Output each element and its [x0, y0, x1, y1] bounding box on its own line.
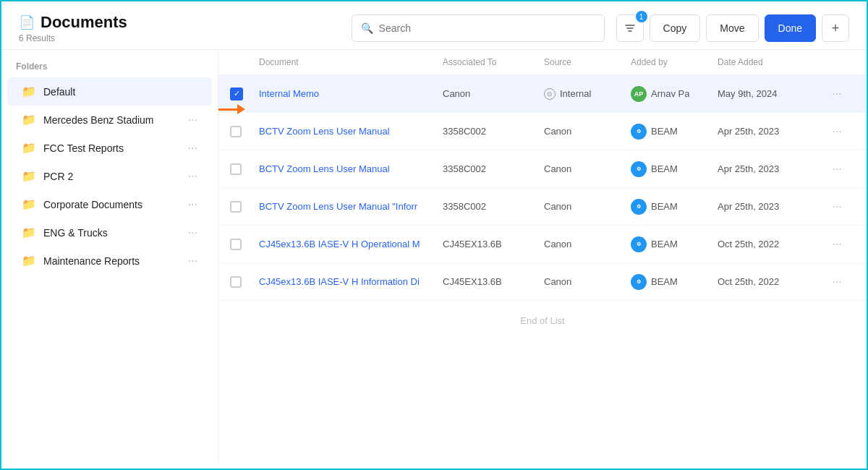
col-date-added: Date Added [718, 57, 819, 67]
table-row: CJ45ex13.6B IASE-V H Information Di CJ45… [218, 263, 867, 301]
more-icon[interactable]: ··· [188, 170, 197, 183]
checkbox-cell[interactable]: ✓ [230, 87, 259, 101]
added-by-cell: ⚙ BEAM [631, 236, 718, 252]
sidebar-item-mercedes[interactable]: 📁 Mercedes Benz Stadium ··· [7, 106, 212, 134]
added-by-cell: ⚙ BEAM [631, 274, 718, 290]
avatar: ⚙ [631, 199, 647, 215]
document-link[interactable]: Internal Memo [259, 88, 443, 99]
source-label: Canon [544, 239, 571, 249]
added-by-name: BEAM [651, 163, 678, 174]
row-more-button[interactable]: ··· [819, 163, 855, 176]
checkbox-cell[interactable] [230, 201, 259, 213]
added-by-name: BEAM [651, 276, 678, 287]
sidebar-item-label: Maintenance Reports [43, 255, 181, 267]
document-link[interactable]: CJ45ex13.6B IASE-V H Operational M [259, 239, 443, 249]
filter-badge: 1 [636, 11, 647, 22]
row-more-button[interactable]: ··· [819, 200, 855, 213]
associated-to: 3358C002 [443, 201, 544, 212]
internal-icon: ⊙ [544, 88, 556, 100]
associated-to: 3358C002 [443, 126, 544, 137]
date-cell: Oct 25th, 2022 [718, 239, 819, 249]
folder-icon: 📁 [22, 254, 36, 268]
sidebar-item-maintenance[interactable]: 📁 Maintenance Reports ··· [7, 247, 212, 275]
document-icon: 📄 [19, 14, 35, 30]
checkbox-unchecked[interactable] [230, 126, 242, 137]
source-label: Internal [560, 88, 591, 99]
more-icon[interactable]: ··· [188, 198, 197, 211]
date-cell: Apr 25th, 2023 [718, 126, 819, 137]
add-button[interactable]: + [822, 14, 849, 42]
toolbar-actions: 1 Copy Move Done + [616, 14, 849, 42]
source-label: Canon [544, 201, 571, 212]
date-cell: Apr 25th, 2023 [718, 163, 819, 174]
checkbox-cell[interactable] [230, 239, 259, 250]
associated-to: CJ45EX13.6B [443, 276, 544, 287]
document-link[interactable]: CJ45ex13.6B IASE-V H Information Di [259, 276, 443, 287]
avatar: AP [631, 86, 647, 102]
document-link[interactable]: BCTV Zoom Lens User Manual [259, 126, 443, 137]
added-by-cell: ⚙ BEAM [631, 199, 718, 215]
sidebar-item-label: ENG & Trucks [43, 227, 181, 239]
sidebar-item-pcr2[interactable]: 📁 PCR 2 ··· [7, 162, 212, 190]
table-row: CJ45ex13.6B IASE-V H Operational M CJ45E… [218, 226, 867, 263]
sidebar-item-fcc[interactable]: 📁 FCC Test Reports ··· [7, 134, 212, 162]
date-cell: Oct 25th, 2022 [718, 276, 819, 287]
table-row: ✓ Internal Memo Canon ⊙ Internal AP Arna… [218, 75, 867, 113]
folder-icon: 📁 [22, 113, 36, 127]
sidebar-item-eng[interactable]: 📁 ENG & Trucks ··· [7, 218, 212, 247]
sidebar-item-default[interactable]: 📁 Default [7, 77, 212, 106]
row-more-button[interactable]: ··· [819, 125, 855, 138]
sidebar-item-label: Corporate Documents [43, 199, 181, 210]
folder-icon: 📁 [22, 197, 36, 211]
source-cell: Canon [544, 276, 631, 287]
document-link[interactable]: BCTV Zoom Lens User Manual [259, 163, 443, 174]
col-document: Document [259, 57, 443, 67]
source-cell: Canon [544, 126, 631, 137]
avatar: ⚙ [631, 236, 647, 252]
search-input[interactable] [379, 22, 595, 34]
avatar: ⚙ [631, 124, 647, 140]
added-by-cell: ⚙ BEAM [631, 124, 718, 140]
document-link[interactable]: BCTV Zoom Lens User Manual "Inforr [259, 201, 443, 212]
col-added-by: Added by [631, 57, 718, 67]
sidebar-item-label: Default [43, 86, 197, 98]
end-of-list: End of List [218, 301, 867, 341]
checkbox-unchecked[interactable] [230, 276, 242, 288]
source-label: Canon [544, 276, 571, 287]
table-row: BCTV Zoom Lens User Manual "Inforr 3358C… [218, 188, 867, 226]
folder-icon: 📁 [22, 85, 36, 98]
checkbox-cell[interactable] [230, 276, 259, 288]
associated-to: 3358C002 [443, 163, 544, 174]
row-more-button[interactable]: ··· [819, 87, 855, 101]
checkbox-checked[interactable]: ✓ [230, 87, 243, 101]
source-cell: ⊙ Internal [544, 88, 631, 100]
checkbox-unchecked[interactable] [230, 163, 242, 175]
added-by-name: BEAM [651, 201, 678, 212]
checkbox-unchecked[interactable] [230, 201, 242, 213]
added-by-cell: ⚙ BEAM [631, 161, 718, 177]
associated-to: CJ45EX13.6B [443, 239, 544, 249]
filter-button[interactable]: 1 [616, 14, 644, 42]
content: Folders 📁 Default 📁 Mercedes Benz Stadiu… [1, 50, 867, 462]
more-icon[interactable]: ··· [188, 226, 197, 239]
row-more-button[interactable]: ··· [819, 238, 855, 251]
header: 📄 Documents 6 Results 🔍 1 Copy Move Done… [1, 1, 867, 50]
done-button[interactable]: Done [765, 14, 816, 42]
table-header: Document Associated To Source Added by D… [218, 50, 867, 75]
date-cell: Apr 25th, 2023 [718, 201, 819, 212]
sidebar-item-corporate[interactable]: 📁 Corporate Documents ··· [7, 190, 212, 218]
checkbox-cell[interactable] [230, 163, 259, 175]
source-cell: Canon [544, 239, 631, 249]
search-bar[interactable]: 🔍 [352, 14, 605, 42]
checkbox-cell[interactable] [230, 126, 259, 137]
added-by-name: BEAM [651, 126, 678, 137]
col-source: Source [544, 57, 631, 67]
more-icon[interactable]: ··· [188, 255, 197, 268]
more-icon[interactable]: ··· [188, 114, 197, 127]
more-icon[interactable]: ··· [188, 142, 197, 155]
checkbox-unchecked[interactable] [230, 239, 242, 250]
row-more-button[interactable]: ··· [819, 275, 855, 289]
move-button[interactable]: Move [706, 14, 758, 42]
sidebar: Folders 📁 Default 📁 Mercedes Benz Stadiu… [1, 50, 218, 462]
copy-button[interactable]: Copy [650, 14, 701, 42]
